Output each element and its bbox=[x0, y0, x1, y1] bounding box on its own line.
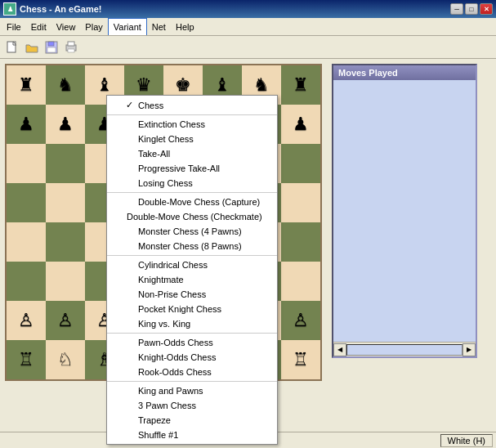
menu-group-4: Pawn-Odds ChessKnight-Odds ChessRook-Odd… bbox=[107, 334, 277, 382]
variant-item-label: Losing Chess bbox=[138, 178, 193, 188]
chess-piece: ♞ bbox=[57, 76, 74, 94]
chess-piece: ♟ bbox=[18, 115, 34, 133]
cell-4-7[interactable] bbox=[281, 222, 320, 262]
variant-menu-item[interactable]: Double-Move Chess (Checkmate) bbox=[107, 209, 277, 224]
variant-menu-item[interactable]: Take-All bbox=[107, 146, 277, 161]
new-button[interactable] bbox=[3, 38, 21, 56]
variant-item-label: Cylindrical Chess bbox=[138, 260, 208, 270]
svg-rect-4 bbox=[47, 47, 56, 52]
right-panel: Moves Played ◀ ▶ bbox=[327, 59, 482, 432]
svg-rect-6 bbox=[68, 42, 74, 46]
variant-menu-item[interactable]: ✓Chess bbox=[107, 97, 277, 113]
status-text: White (H) bbox=[440, 434, 493, 447]
chess-piece: ♙ bbox=[293, 311, 309, 329]
variant-item-label: Knightmate bbox=[138, 275, 184, 284]
cell-5-7[interactable] bbox=[281, 262, 320, 301]
chess-piece: ♖ bbox=[18, 351, 34, 369]
menu-view[interactable]: View bbox=[51, 18, 81, 35]
maximize-button[interactable]: □ bbox=[465, 3, 478, 15]
variant-item-label: Monster Chess (4 Pawns) bbox=[138, 226, 242, 236]
menu-edit[interactable]: Edit bbox=[26, 18, 51, 35]
variant-menu-item[interactable]: Monster Chess (8 Pawns) bbox=[107, 239, 277, 253]
variant-item-label: King and Pawns bbox=[138, 386, 203, 396]
chess-piece: ♜ bbox=[18, 76, 34, 94]
chess-piece: ♙ bbox=[57, 311, 74, 329]
cell-1-1[interactable]: ♟ bbox=[46, 105, 85, 144]
variant-dropdown-menu[interactable]: ✓ChessExtinction ChessKinglet ChessTake-… bbox=[106, 95, 278, 445]
moves-content bbox=[333, 80, 476, 342]
menu-file[interactable]: File bbox=[2, 18, 26, 35]
variant-item-label: Knight-Odds Chess bbox=[138, 352, 216, 362]
cell-3-0[interactable] bbox=[7, 183, 46, 222]
scroll-left-button[interactable]: ◀ bbox=[333, 343, 346, 356]
variant-item-label: Double-Move Chess (Checkmate) bbox=[127, 212, 262, 222]
variant-item-label: Double-Move Chess (Capture) bbox=[138, 197, 260, 207]
close-button[interactable]: ✕ bbox=[480, 3, 493, 15]
open-button[interactable] bbox=[23, 38, 41, 56]
cell-6-7[interactable]: ♙ bbox=[281, 301, 320, 340]
cell-1-0[interactable]: ♟ bbox=[7, 105, 46, 144]
menu-play[interactable]: Play bbox=[80, 18, 107, 35]
menu-variant[interactable]: Variant bbox=[108, 18, 147, 35]
variant-item-label: Chess bbox=[138, 101, 163, 110]
variant-item-label: Kinglet Chess bbox=[138, 134, 194, 144]
variant-menu-item[interactable]: King vs. King bbox=[107, 316, 277, 331]
scroll-track[interactable] bbox=[346, 344, 462, 356]
variant-menu-item[interactable]: Monster Chess (4 Pawns) bbox=[107, 224, 277, 239]
menu-group-3: Cylindrical ChessKnightmateNon-Prise Che… bbox=[107, 256, 277, 334]
menu-bar: File Edit View Play Variant Net Help bbox=[0, 18, 496, 36]
variant-menu-item[interactable]: Knightmate bbox=[107, 272, 277, 287]
cell-4-1[interactable] bbox=[46, 222, 85, 262]
save-button[interactable] bbox=[42, 38, 60, 56]
cell-1-7[interactable]: ♟ bbox=[281, 105, 320, 144]
variant-item-label: Shuffle #1 bbox=[138, 430, 178, 440]
title-bar-buttons: ─ □ ✕ bbox=[450, 3, 493, 15]
cell-2-7[interactable] bbox=[281, 144, 320, 183]
cell-6-0[interactable]: ♙ bbox=[7, 301, 46, 340]
variant-menu-item[interactable]: Trapeze bbox=[107, 413, 277, 428]
menu-group-1: Extinction ChessKinglet ChessTake-AllPro… bbox=[107, 115, 277, 193]
variant-menu-item[interactable]: King and Pawns bbox=[107, 383, 277, 398]
variant-menu-item[interactable]: Kinglet Chess bbox=[107, 132, 277, 146]
scroll-right-button[interactable]: ▶ bbox=[462, 343, 476, 356]
variant-menu-item[interactable]: Knight-Odds Chess bbox=[107, 350, 277, 365]
chess-piece: ♖ bbox=[293, 351, 309, 369]
variant-menu-item[interactable]: Pawn-Odds Chess bbox=[107, 335, 277, 350]
cell-7-1[interactable]: ♘ bbox=[46, 340, 85, 379]
menu-net[interactable]: Net bbox=[147, 18, 171, 35]
variant-menu-item[interactable]: Non-Prise Chess bbox=[107, 287, 277, 302]
cell-7-0[interactable]: ♖ bbox=[7, 340, 46, 379]
cell-0-1[interactable]: ♞ bbox=[46, 65, 85, 105]
cell-5-1[interactable] bbox=[46, 262, 85, 301]
menu-help[interactable]: Help bbox=[171, 18, 199, 35]
variant-menu-item[interactable]: Progressive Take-All bbox=[107, 161, 277, 176]
variant-menu-item[interactable]: Extinction Chess bbox=[107, 117, 277, 132]
cell-2-1[interactable] bbox=[46, 144, 85, 183]
svg-rect-7 bbox=[68, 49, 74, 52]
cell-3-1[interactable] bbox=[46, 183, 85, 222]
window-title: Chess - An eGame! bbox=[20, 4, 101, 14]
chess-piece: ♜ bbox=[293, 76, 309, 94]
cell-0-0[interactable]: ♜ bbox=[7, 65, 46, 105]
variant-menu-item[interactable]: 3 Pawn Chess bbox=[107, 398, 277, 413]
cell-5-0[interactable] bbox=[7, 262, 46, 301]
variant-menu-item[interactable]: Cylindrical Chess bbox=[107, 258, 277, 272]
cell-7-7[interactable]: ♖ bbox=[281, 340, 320, 379]
cell-0-7[interactable]: ♜ bbox=[281, 65, 320, 105]
cell-3-7[interactable] bbox=[281, 183, 320, 222]
variant-menu-item[interactable]: Shuffle #1 bbox=[107, 428, 277, 442]
variant-menu-item[interactable]: Rook-Odds Chess bbox=[107, 365, 277, 379]
svg-rect-3 bbox=[48, 42, 54, 46]
cell-6-1[interactable]: ♙ bbox=[46, 301, 85, 340]
variant-menu-item[interactable]: Losing Chess bbox=[107, 176, 277, 190]
cell-4-0[interactable] bbox=[7, 222, 46, 262]
minimize-button[interactable]: ─ bbox=[450, 3, 463, 15]
cell-2-0[interactable] bbox=[7, 144, 46, 183]
moves-header: Moves Played bbox=[333, 65, 476, 80]
print-button[interactable] bbox=[62, 38, 80, 56]
check-mark-icon: ✓ bbox=[123, 100, 135, 110]
chess-piece: ♙ bbox=[18, 311, 34, 329]
variant-menu-item[interactable]: Pocket Knight Chess bbox=[107, 302, 277, 316]
variant-menu-item[interactable]: Double-Move Chess (Capture) bbox=[107, 195, 277, 209]
variant-item-label: Non-Prise Chess bbox=[138, 289, 206, 299]
